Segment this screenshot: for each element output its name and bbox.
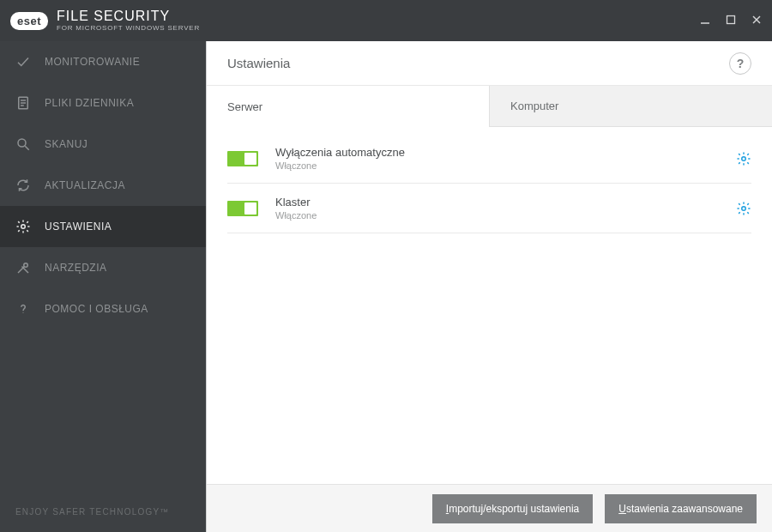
setting-row-auto-exclusions: Wyłączenia automatyczne Włączone — [227, 134, 751, 184]
sidebar-item-logfiles[interactable]: PLIKI DZIENNIKA — [0, 82, 206, 124]
setting-status: Włączone — [275, 160, 736, 171]
sidebar-list: MONITOROWANIE PLIKI DZIENNIKA SKANUJ AKT… — [0, 41, 206, 492]
sidebar-item-help[interactable]: POMOC I OBSŁUGA — [0, 288, 206, 329]
sidebar-item-tools[interactable]: NARZĘDZIA — [0, 247, 206, 288]
check-icon — [15, 54, 31, 70]
import-export-button[interactable]: Importuj/eksportuj ustawienia — [432, 494, 593, 523]
titlebar: eset FILE SECURITY FOR MICROSOFT WINDOWS… — [0, 0, 772, 41]
advanced-settings-button[interactable]: Ustawienia zaawansowane — [605, 494, 757, 523]
button-label-rest: mportuj/eksportuj ustawienia — [449, 503, 579, 515]
svg-point-8 — [18, 139, 26, 147]
sidebar-footer-tagline: ENJOY SAFER TECHNOLOGY™ — [0, 492, 206, 532]
sidebar-item-label: USTAWIENIA — [45, 221, 112, 233]
accelerator-letter: U — [618, 503, 626, 515]
app-title: FILE SECURITY — [57, 9, 200, 23]
page-header: Ustawienia ? — [207, 41, 772, 86]
maximize-button[interactable] — [726, 15, 736, 27]
gear-icon[interactable] — [736, 201, 751, 216]
refresh-icon — [15, 178, 31, 193]
help-icon — [15, 301, 31, 317]
sidebar-item-settings[interactable]: USTAWIENIA — [0, 206, 206, 247]
tools-icon — [15, 260, 31, 275]
window-controls — [700, 15, 762, 27]
svg-line-9 — [25, 146, 29, 150]
sidebar-item-scan[interactable]: SKANUJ — [0, 124, 206, 165]
sidebar-item-label: PLIKI DZIENNIKA — [45, 97, 134, 109]
sidebar: MONITOROWANIE PLIKI DZIENNIKA SKANUJ AKT… — [0, 41, 206, 532]
page-title: Ustawienia — [227, 56, 729, 70]
setting-row-cluster: Klaster Włączone — [227, 184, 751, 233]
settings-list: Wyłączenia automatyczne Włączone Klaster… — [207, 127, 772, 484]
sidebar-item-label: NARZĘDZIA — [45, 262, 107, 274]
button-label-rest: stawienia zaawansowane — [626, 503, 743, 515]
help-button[interactable]: ? — [729, 52, 751, 75]
svg-point-13 — [24, 263, 28, 268]
sidebar-item-update[interactable]: AKTUALIZACJA — [0, 165, 206, 206]
tab-computer[interactable]: Komputer — [489, 86, 772, 127]
setting-status: Włączone — [275, 210, 736, 221]
minimize-button[interactable] — [700, 15, 710, 27]
app-subtitle: FOR MICROSOFT WINDOWS SERVER — [57, 25, 200, 32]
gear-icon[interactable] — [736, 151, 751, 166]
tab-server[interactable]: Serwer — [207, 86, 489, 127]
sidebar-item-label: POMOC I OBSŁUGA — [45, 303, 148, 315]
toggle-auto-exclusions[interactable] — [227, 151, 258, 166]
document-icon — [15, 95, 31, 111]
sidebar-item-label: SKANUJ — [45, 138, 87, 150]
toggle-cluster[interactable] — [227, 201, 258, 216]
svg-point-10 — [21, 225, 26, 229]
setting-row-text: Klaster Włączone — [275, 196, 736, 221]
svg-point-15 — [742, 156, 746, 160]
sidebar-item-label: MONITOROWANIE — [45, 56, 140, 68]
sidebar-item-monitoring[interactable]: MONITOROWANIE — [0, 41, 206, 82]
svg-point-16 — [742, 206, 746, 210]
bottom-actions: Importuj/eksportuj ustawienia Ustawienia… — [207, 484, 772, 532]
title-text: FILE SECURITY FOR MICROSOFT WINDOWS SERV… — [57, 9, 200, 32]
main-panel: Ustawienia ? Serwer Komputer Wyłączenia … — [206, 41, 772, 532]
setting-row-text: Wyłączenia automatyczne Włączone — [275, 146, 736, 171]
setting-title: Wyłączenia automatyczne — [275, 146, 736, 159]
setting-title: Klaster — [275, 196, 736, 209]
gear-icon — [15, 219, 31, 234]
sidebar-item-label: AKTUALIZACJA — [45, 179, 125, 191]
svg-rect-1 — [727, 15, 735, 23]
close-button[interactable] — [751, 15, 762, 27]
eset-logo-badge: eset — [10, 12, 48, 30]
search-icon — [15, 136, 31, 152]
tabs: Serwer Komputer — [207, 86, 772, 127]
